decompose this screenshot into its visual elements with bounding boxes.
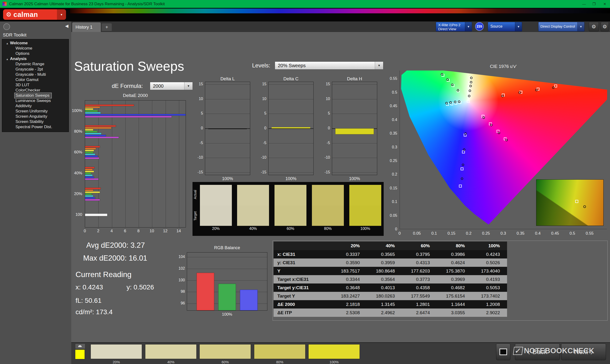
deltae-y-axis: 100%80%60%40%20%100 — [71, 100, 83, 228]
workflow-settings-button[interactable]: ⚙ — [601, 22, 609, 31]
delta-gridline — [205, 158, 250, 158]
table-cell: 1.2801 — [402, 300, 437, 309]
cie-measured-marker — [445, 102, 448, 104]
delta-gridline — [269, 158, 313, 158]
tree-item-label: Luminance Sweeps — [15, 98, 51, 103]
deltae-bar — [85, 154, 95, 155]
tree-item-grayscale-multi[interactable]: Grayscale - Multi — [2, 72, 69, 77]
levels-dropdown-value: 20% Sweeps — [275, 62, 375, 69]
table-cell: 2.5308 — [332, 309, 367, 317]
swatch-level-label: 20% — [200, 227, 232, 231]
swatch-level-label: 40% — [237, 227, 269, 231]
table-row-label: ΔE 2000 — [273, 300, 332, 309]
tree-item-color-gamut[interactable]: Color Gamut — [2, 77, 69, 82]
deltae-gridline — [125, 101, 126, 227]
deltae-x-tick: 2 — [97, 229, 99, 234]
delta-l-y-axis: 151050-5-10-15 — [194, 82, 204, 175]
deltae-bar — [85, 116, 171, 117]
cie-y-tick: 0.2 — [385, 172, 397, 177]
current-fl: fL: 50.61 — [76, 297, 102, 304]
back-chevron-icon: ‹ — [527, 347, 530, 357]
table-cell: 0.3648 — [332, 284, 367, 292]
tree-item-screen-angularity[interactable]: Screen Angularity — [2, 114, 69, 119]
meter-dropdown[interactable]: X-Rite i1Pro 2 Direct View ▼ — [436, 22, 472, 31]
delta-gridline — [269, 172, 313, 173]
tree-item-screen-stability[interactable]: Screen Stability — [2, 119, 69, 124]
table-cell: 0.5053 — [472, 284, 507, 292]
tree-item-grayscale-2pt[interactable]: Grayscale - 2pt — [2, 67, 69, 72]
restore-button[interactable]: ❐ — [589, 0, 599, 8]
patch-button-80%[interactable]: 80% — [254, 344, 305, 364]
inset-measured-marker — [583, 205, 586, 208]
levels-dropdown[interactable]: 20% Sweeps ▼ — [275, 62, 383, 70]
add-tab-button[interactable]: + — [102, 23, 112, 31]
current-x: x: 0.4243 — [76, 284, 103, 291]
session-indicator[interactable] — [3, 23, 10, 30]
close-button[interactable]: ✕ — [599, 0, 610, 8]
cie-y-tick: 0.15 — [385, 186, 397, 190]
tree-item-colorchecker[interactable]: ColorChecker — [2, 88, 69, 93]
delta-gridline — [205, 99, 250, 99]
patch-button-40%[interactable]: 40% — [145, 344, 196, 364]
table-cell: 0.3337 — [332, 250, 367, 259]
tree-section-marker-icon: ▲ — [6, 42, 9, 45]
deltae-bar — [85, 152, 93, 153]
delta-y-tick: 5 — [321, 111, 330, 116]
rgb-bar-blue — [240, 290, 258, 310]
next-button[interactable]: Next › — [561, 343, 606, 360]
levels-dropdown-arrow-icon: ▼ — [375, 62, 383, 69]
rgb-balance-x-label: 100% — [187, 312, 267, 317]
settings-button[interactable]: ⚙ — [589, 22, 599, 31]
tree-item-dynamic-range[interactable]: Dynamic Range — [2, 62, 69, 67]
pattern-fullscreen-button[interactable] — [496, 343, 510, 360]
pattern-window-button[interactable] — [75, 343, 85, 349]
source-dropdown[interactable]: Source ▼ — [488, 22, 522, 31]
tree-item-welcome[interactable]: Welcome — [2, 46, 69, 51]
cie-y-tick: 0.45 — [385, 104, 397, 108]
patch-color — [199, 344, 251, 359]
tree-item-saturation-sweeps[interactable]: Saturation Sweeps — [14, 93, 52, 98]
deltae-bar — [85, 127, 111, 129]
avg-de2000: Avg dE2000: 3.27 — [86, 241, 145, 250]
back-button[interactable]: ‹ Back — [515, 343, 560, 360]
cie-zoom-inset — [536, 179, 604, 226]
source-dropdown-arrow-icon: ▼ — [515, 22, 522, 31]
delta-h-x-label: 100% — [332, 176, 377, 181]
tree-item-options[interactable]: Options — [2, 51, 69, 56]
tab-history-1[interactable]: History 1 — [72, 22, 101, 32]
calman-logo-menu[interactable]: ⚙ calman ▾ — [3, 9, 66, 20]
tree-item-additivity[interactable]: Additivity — [2, 104, 69, 109]
patch-button-20%[interactable]: 20% — [91, 344, 142, 364]
display-control-dropdown[interactable]: Direct Display Control ▼ — [538, 22, 584, 31]
tree-item-3d-lut[interactable]: 3D LUT — [2, 82, 69, 88]
cie-x-tick: 0.5 — [570, 231, 575, 236]
delta-y-tick: 15 — [194, 82, 203, 86]
current-reading-title: Current Reading — [76, 270, 131, 279]
de-formula-dropdown[interactable]: 2000 ▼ — [150, 82, 193, 90]
tree-item-spectral-power-dist-[interactable]: Spectral Power Dist. — [2, 124, 69, 130]
minimize-button[interactable]: — — [579, 0, 589, 8]
cie-y-tick: 0 — [385, 227, 397, 231]
meter-count-badge: 235 — [475, 22, 484, 31]
table-cell: 0.3795 — [402, 250, 437, 259]
deltae-bar — [85, 214, 107, 216]
app-icon — [2, 2, 7, 6]
tree-item-luminance-sweeps[interactable]: Luminance Sweeps — [2, 98, 69, 104]
tab-strip: History 1 + X-Rite i1Pro 2 Direct View ▼… — [71, 21, 610, 32]
deltae-bar — [85, 150, 94, 151]
deltae-bar — [85, 156, 98, 157]
deltae-bar — [85, 192, 100, 193]
deltae-bar — [85, 146, 100, 147]
swatch-actual — [312, 185, 344, 205]
cie-measured-marker — [482, 117, 485, 119]
tree-item-screen-uniformity[interactable]: Screen Uniformity — [2, 109, 69, 114]
sidebar-collapse-icon[interactable]: ◀ — [65, 23, 68, 29]
patch-button-100%[interactable]: 100% — [308, 344, 360, 364]
delta-y-tick: -15 — [257, 170, 266, 174]
tree-item-label: 3D LUT — [15, 83, 29, 87]
cie-y-tick: 0.25 — [385, 159, 397, 163]
tree-item-analysis[interactable]: ▲Analysis — [2, 56, 69, 62]
window-title: Calman 2025 Calman Ultimate for Business… — [9, 0, 165, 8]
patch-button-60%[interactable]: 60% — [199, 344, 251, 364]
tree-item-welcome[interactable]: ▲Welcome — [2, 40, 69, 46]
